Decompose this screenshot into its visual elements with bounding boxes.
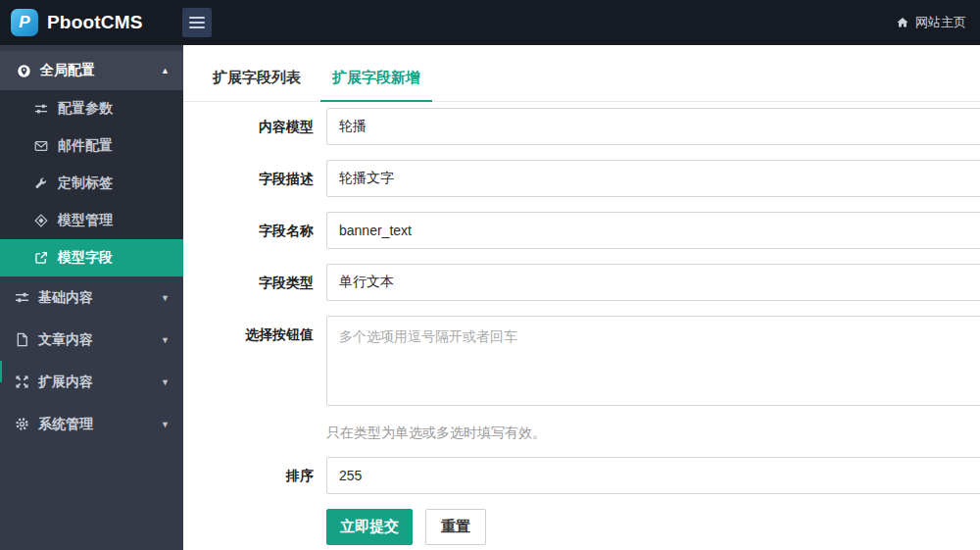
brand[interactable]: P PbootCMS bbox=[11, 0, 143, 45]
field-type-select[interactable] bbox=[326, 264, 980, 301]
reset-button[interactable]: 重置 bbox=[425, 509, 486, 545]
envelope-icon bbox=[33, 138, 48, 154]
sidebar-item-custom-tags[interactable]: 定制标签 bbox=[0, 165, 183, 202]
wrench-icon bbox=[33, 175, 48, 191]
sidebar-group-global-config[interactable]: 全局配置 ▲ bbox=[0, 51, 183, 90]
site-home-link[interactable]: 网站主页 bbox=[896, 0, 966, 45]
form-row-field-type: 字段类型 bbox=[183, 264, 980, 301]
sidebar-item-mail-config[interactable]: 邮件配置 bbox=[0, 127, 183, 165]
content-model-select[interactable] bbox=[326, 108, 980, 145]
sidebar-item-label: 配置参数 bbox=[58, 100, 113, 118]
sidebar-item-config-params[interactable]: 配置参数 bbox=[0, 90, 183, 127]
topbar: P PbootCMS 网站主页 bbox=[0, 0, 980, 45]
file-icon bbox=[14, 332, 29, 348]
content-model-label: 内容模型 bbox=[183, 108, 314, 145]
sidebar-group-label: 基础内容 bbox=[38, 289, 93, 307]
active-edge-accent bbox=[0, 361, 2, 382]
sidebar-group-label: 扩展内容 bbox=[38, 374, 93, 391]
sidebar-toggle-button[interactable] bbox=[182, 8, 212, 37]
tab-extended-field-list[interactable]: 扩展字段列表 bbox=[201, 59, 313, 101]
map-marker-circle-icon bbox=[16, 63, 31, 78]
field-desc-label: 字段描述 bbox=[183, 160, 314, 197]
option-values-help-text: 只在类型为单选或多选时填写有效。 bbox=[326, 423, 980, 442]
sidebar-group-label: 系统管理 bbox=[38, 416, 93, 433]
form-row-sort: 排序 bbox=[183, 457, 980, 494]
sidebar-group-basic-content[interactable]: 基础内容 ▼ bbox=[0, 276, 183, 319]
main-content: 扩展字段列表 扩展字段新增 内容模型 字段描述 字段名称 字段类型 bbox=[183, 45, 980, 550]
option-values-textarea[interactable] bbox=[326, 316, 980, 406]
form-buttons: 立即提交 重置 bbox=[326, 509, 980, 545]
form-row-content-model: 内容模型 bbox=[183, 108, 980, 145]
sidebar-item-label: 邮件配置 bbox=[58, 137, 113, 155]
arrows-icon bbox=[14, 375, 29, 390]
form-row-option-values: 选择按钮值 只在类型为单选或多选时填写有效。 bbox=[183, 316, 980, 442]
tab-extended-field-add[interactable]: 扩展字段新增 bbox=[320, 59, 432, 102]
tab-bar: 扩展字段列表 扩展字段新增 bbox=[183, 59, 980, 102]
field-desc-input[interactable] bbox=[326, 160, 980, 197]
sidebar-item-model-fields[interactable]: 模型字段 bbox=[0, 239, 183, 276]
form-row-field-desc: 字段描述 bbox=[183, 160, 980, 197]
extended-field-form: 内容模型 字段描述 字段名称 字段类型 选择按钮值 bbox=[183, 108, 980, 545]
chevron-down-icon: ▼ bbox=[161, 293, 170, 303]
sort-label: 排序 bbox=[183, 457, 314, 494]
sidebar-item-label: 模型字段 bbox=[58, 249, 113, 267]
sidebar-group-label: 全局配置 bbox=[40, 62, 95, 79]
external-link-icon bbox=[33, 250, 48, 266]
sidebar-group-article-content[interactable]: 文章内容 ▼ bbox=[0, 319, 183, 361]
sliders-icon bbox=[33, 101, 48, 117]
chevron-down-icon: ▼ bbox=[161, 420, 170, 429]
chevron-down-icon: ▼ bbox=[161, 335, 170, 345]
brand-name: PbootCMS bbox=[47, 12, 143, 33]
site-home-label: 网站主页 bbox=[915, 14, 966, 31]
sidebar-submenu-global-config: 配置参数 邮件配置 定制标签 bbox=[0, 90, 183, 276]
sidebar: 全局配置 ▲ 配置参数 邮件配置 bbox=[0, 45, 183, 550]
option-values-label: 选择按钮值 bbox=[183, 316, 314, 353]
sidebar-group-label: 文章内容 bbox=[38, 331, 93, 349]
sidebar-group-system-manage[interactable]: 系统管理 ▼ bbox=[0, 403, 183, 445]
sidebar-item-model-manage[interactable]: 模型管理 bbox=[0, 202, 183, 239]
sliders-icon bbox=[14, 290, 29, 306]
sidebar-item-label: 模型管理 bbox=[58, 212, 113, 229]
sidebar-group-extended-content[interactable]: 扩展内容 ▼ bbox=[0, 361, 183, 403]
hamburger-icon bbox=[189, 17, 205, 19]
field-type-label: 字段类型 bbox=[183, 264, 314, 301]
pbootcms-logo-icon: P bbox=[11, 9, 38, 36]
submit-button[interactable]: 立即提交 bbox=[326, 509, 413, 545]
form-row-field-name: 字段名称 bbox=[183, 212, 980, 249]
gear-icon bbox=[14, 417, 29, 432]
gem-icon bbox=[33, 213, 48, 228]
chevron-down-icon: ▼ bbox=[161, 377, 170, 387]
chevron-up-icon: ▲ bbox=[161, 66, 170, 75]
sort-input[interactable] bbox=[326, 457, 980, 494]
home-icon bbox=[896, 16, 909, 29]
sidebar-item-label: 定制标签 bbox=[58, 175, 113, 192]
field-name-input[interactable] bbox=[326, 212, 980, 249]
field-name-label: 字段名称 bbox=[183, 212, 314, 249]
